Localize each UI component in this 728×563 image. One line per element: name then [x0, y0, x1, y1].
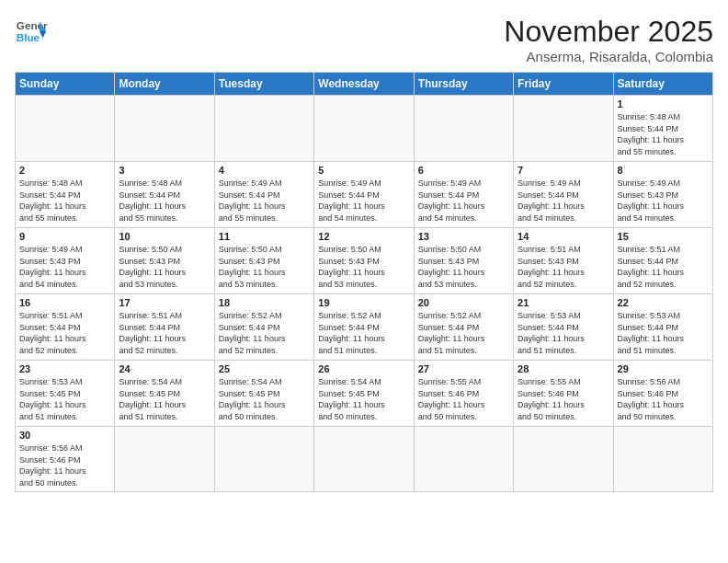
logo: General Blue: [15, 15, 48, 48]
calendar-cell: [514, 427, 613, 492]
month-year-title: November 2025: [504, 15, 713, 49]
calendar-cell: 17Sunrise: 5:51 AM Sunset: 5:44 PM Dayli…: [115, 294, 214, 361]
day-info: Sunrise: 5:49 AM Sunset: 5:44 PM Dayligh…: [518, 178, 609, 224]
day-info: Sunrise: 5:50 AM Sunset: 5:43 PM Dayligh…: [119, 244, 210, 290]
calendar-cell: 3Sunrise: 5:48 AM Sunset: 5:44 PM Daylig…: [115, 162, 214, 228]
calendar-cell: 12Sunrise: 5:50 AM Sunset: 5:43 PM Dayli…: [314, 228, 414, 294]
calendar-cell: [16, 96, 115, 162]
day-info: Sunrise: 5:51 AM Sunset: 5:43 PM Dayligh…: [518, 244, 609, 290]
calendar-cell: [314, 96, 414, 162]
day-info: Sunrise: 5:51 AM Sunset: 5:44 PM Dayligh…: [618, 244, 709, 290]
calendar-cell: 11Sunrise: 5:50 AM Sunset: 5:43 PM Dayli…: [214, 228, 313, 294]
weekday-header-monday: Monday: [115, 73, 214, 96]
day-number: 10: [119, 231, 210, 242]
day-info: Sunrise: 5:56 AM Sunset: 5:46 PM Dayligh…: [618, 376, 709, 422]
logo-icon: General Blue: [15, 15, 48, 48]
day-info: Sunrise: 5:54 AM Sunset: 5:45 PM Dayligh…: [119, 376, 210, 422]
day-info: Sunrise: 5:49 AM Sunset: 5:43 PM Dayligh…: [19, 244, 110, 290]
day-number: 17: [119, 297, 210, 308]
day-info: Sunrise: 5:49 AM Sunset: 5:43 PM Dayligh…: [618, 178, 709, 224]
calendar-cell: 25Sunrise: 5:54 AM Sunset: 5:45 PM Dayli…: [214, 361, 313, 427]
page-header: General Blue November 2025 Anserma, Risa…: [15, 15, 713, 64]
day-info: Sunrise: 5:49 AM Sunset: 5:44 PM Dayligh…: [418, 178, 509, 224]
calendar-cell: [214, 96, 313, 162]
day-number: 1: [618, 98, 709, 109]
day-info: Sunrise: 5:53 AM Sunset: 5:44 PM Dayligh…: [618, 310, 709, 356]
svg-text:Blue: Blue: [17, 31, 40, 43]
calendar-cell: 23Sunrise: 5:53 AM Sunset: 5:45 PM Dayli…: [16, 361, 115, 427]
day-info: Sunrise: 5:50 AM Sunset: 5:43 PM Dayligh…: [318, 244, 409, 290]
calendar-cell: 13Sunrise: 5:50 AM Sunset: 5:43 PM Dayli…: [414, 228, 513, 294]
calendar-cell: 21Sunrise: 5:53 AM Sunset: 5:44 PM Dayli…: [514, 294, 613, 361]
day-number: 13: [418, 231, 509, 242]
weekday-header-tuesday: Tuesday: [214, 73, 313, 96]
calendar-table: SundayMondayTuesdayWednesdayThursdayFrid…: [15, 72, 713, 492]
day-number: 2: [19, 165, 110, 176]
calendar-cell: 24Sunrise: 5:54 AM Sunset: 5:45 PM Dayli…: [115, 361, 214, 427]
weekday-header-sunday: Sunday: [16, 73, 115, 96]
day-info: Sunrise: 5:48 AM Sunset: 5:44 PM Dayligh…: [119, 178, 210, 224]
calendar-cell: [115, 96, 214, 162]
calendar-cell: [115, 427, 214, 492]
svg-marker-3: [40, 31, 46, 38]
day-number: 9: [19, 231, 110, 242]
day-info: Sunrise: 5:49 AM Sunset: 5:44 PM Dayligh…: [219, 178, 310, 224]
calendar-cell: 14Sunrise: 5:51 AM Sunset: 5:43 PM Dayli…: [514, 228, 613, 294]
weekday-header-friday: Friday: [514, 73, 613, 96]
day-number: 24: [119, 363, 210, 374]
calendar-cell: 28Sunrise: 5:55 AM Sunset: 5:46 PM Dayli…: [514, 361, 613, 427]
calendar-cell: 4Sunrise: 5:49 AM Sunset: 5:44 PM Daylig…: [214, 162, 313, 228]
calendar-cell: 7Sunrise: 5:49 AM Sunset: 5:44 PM Daylig…: [514, 162, 613, 228]
day-info: Sunrise: 5:53 AM Sunset: 5:45 PM Dayligh…: [19, 376, 110, 422]
day-info: Sunrise: 5:55 AM Sunset: 5:46 PM Dayligh…: [518, 376, 609, 422]
calendar-cell: 16Sunrise: 5:51 AM Sunset: 5:44 PM Dayli…: [16, 294, 115, 361]
day-number: 3: [119, 165, 210, 176]
day-number: 14: [518, 231, 609, 242]
day-info: Sunrise: 5:49 AM Sunset: 5:44 PM Dayligh…: [318, 178, 409, 224]
day-number: 20: [418, 297, 509, 308]
calendar-cell: [214, 427, 313, 492]
day-number: 16: [19, 297, 110, 308]
day-info: Sunrise: 5:50 AM Sunset: 5:43 PM Dayligh…: [418, 244, 509, 290]
day-info: Sunrise: 5:55 AM Sunset: 5:46 PM Dayligh…: [418, 376, 509, 422]
calendar-cell: [613, 427, 712, 492]
calendar-cell: [314, 427, 414, 492]
day-number: 29: [618, 363, 709, 374]
day-number: 23: [19, 363, 110, 374]
day-number: 18: [219, 297, 310, 308]
day-info: Sunrise: 5:48 AM Sunset: 5:44 PM Dayligh…: [19, 178, 110, 224]
day-number: 4: [219, 165, 310, 176]
day-number: 28: [518, 363, 609, 374]
day-number: 26: [318, 363, 409, 374]
day-number: 19: [318, 297, 409, 308]
day-info: Sunrise: 5:54 AM Sunset: 5:45 PM Dayligh…: [219, 376, 310, 422]
calendar-cell: [414, 427, 513, 492]
day-info: Sunrise: 5:52 AM Sunset: 5:44 PM Dayligh…: [219, 310, 310, 356]
day-number: 8: [618, 165, 709, 176]
calendar-cell: [514, 96, 613, 162]
calendar-cell: 18Sunrise: 5:52 AM Sunset: 5:44 PM Dayli…: [214, 294, 313, 361]
calendar-cell: 10Sunrise: 5:50 AM Sunset: 5:43 PM Dayli…: [115, 228, 214, 294]
calendar-cell: 9Sunrise: 5:49 AM Sunset: 5:43 PM Daylig…: [16, 228, 115, 294]
day-info: Sunrise: 5:53 AM Sunset: 5:44 PM Dayligh…: [518, 310, 609, 356]
day-info: Sunrise: 5:52 AM Sunset: 5:44 PM Dayligh…: [418, 310, 509, 356]
day-info: Sunrise: 5:54 AM Sunset: 5:45 PM Dayligh…: [318, 376, 409, 422]
weekday-header-thursday: Thursday: [414, 73, 513, 96]
calendar-cell: 30Sunrise: 5:56 AM Sunset: 5:46 PM Dayli…: [16, 427, 115, 492]
calendar-cell: 15Sunrise: 5:51 AM Sunset: 5:44 PM Dayli…: [613, 228, 712, 294]
day-number: 7: [518, 165, 609, 176]
title-block: November 2025 Anserma, Risaralda, Colomb…: [504, 15, 713, 64]
weekday-header-saturday: Saturday: [613, 73, 712, 96]
day-number: 15: [618, 231, 709, 242]
calendar-cell: 26Sunrise: 5:54 AM Sunset: 5:45 PM Dayli…: [314, 361, 414, 427]
day-info: Sunrise: 5:56 AM Sunset: 5:46 PM Dayligh…: [19, 442, 110, 488]
calendar-cell: 19Sunrise: 5:52 AM Sunset: 5:44 PM Dayli…: [314, 294, 414, 361]
day-number: 5: [318, 165, 409, 176]
day-number: 25: [219, 363, 310, 374]
calendar-cell: 27Sunrise: 5:55 AM Sunset: 5:46 PM Dayli…: [414, 361, 513, 427]
day-number: 12: [318, 231, 409, 242]
calendar-cell: 8Sunrise: 5:49 AM Sunset: 5:43 PM Daylig…: [613, 162, 712, 228]
day-number: 30: [19, 430, 110, 441]
day-number: 11: [219, 231, 310, 242]
weekday-header-wednesday: Wednesday: [314, 73, 414, 96]
